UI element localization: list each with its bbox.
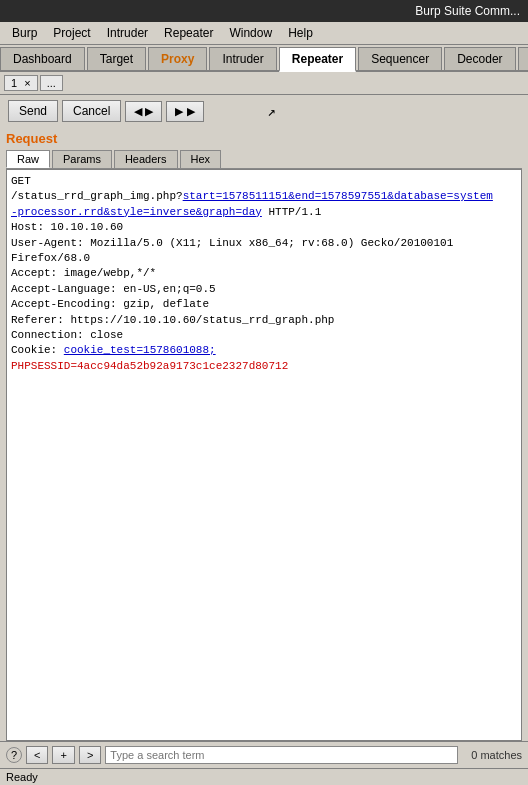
line-firefox: Firefox/68.0 bbox=[11, 252, 90, 264]
request-title: Request bbox=[6, 131, 522, 146]
line-accept-lang: Accept-Language: en-US,en;q=0.5 bbox=[11, 283, 216, 295]
inner-tab-hex[interactable]: Hex bbox=[180, 150, 222, 168]
inner-tab-bar: Raw Params Headers Hex bbox=[6, 150, 522, 169]
tab-target[interactable]: Target bbox=[87, 47, 146, 70]
menu-project[interactable]: Project bbox=[45, 24, 98, 42]
tab-intruder[interactable]: Intruder bbox=[209, 47, 276, 70]
status-bar: Ready bbox=[0, 768, 528, 785]
cancel-button[interactable]: Cancel bbox=[62, 100, 121, 122]
main-tab-bar: Dashboard Target Proxy Intruder Repeater… bbox=[0, 45, 528, 72]
status-text: Ready bbox=[6, 771, 38, 783]
line-accept: Accept: image/webp,*/* bbox=[11, 267, 156, 279]
sub-tab-dots[interactable]: ... bbox=[40, 75, 63, 91]
search-prev-button[interactable]: < bbox=[26, 746, 48, 764]
title-bar: Burp Suite Comm... bbox=[0, 0, 528, 22]
search-input[interactable] bbox=[105, 746, 458, 764]
line-accept-enc: Accept-Encoding: gzip, deflate bbox=[11, 298, 209, 310]
search-bar: ? < + > 0 matches bbox=[0, 741, 528, 768]
toolbar: Send Cancel ◀ ▶ ▶ ▶ ↗ bbox=[0, 95, 528, 127]
search-next-button[interactable]: + bbox=[52, 746, 74, 764]
menu-bar: Burp Project Intruder Repeater Window He… bbox=[0, 22, 528, 45]
tab-comparer[interactable]: Comparer bbox=[518, 47, 528, 70]
match-count: 0 matches bbox=[462, 749, 522, 761]
title-text: Burp Suite Comm... bbox=[415, 4, 520, 18]
line-phpsessid: PHPSESSID=4acc94da52b92a9173c1ce2327d807… bbox=[11, 360, 288, 372]
line-path2: -processor.rrd&style=inverse&graph=day H… bbox=[11, 206, 321, 218]
tab-repeater[interactable]: Repeater bbox=[279, 47, 356, 72]
inner-tab-headers[interactable]: Headers bbox=[114, 150, 178, 168]
menu-repeater[interactable]: Repeater bbox=[156, 24, 221, 42]
tab-dashboard[interactable]: Dashboard bbox=[0, 47, 85, 70]
tab-sequencer[interactable]: Sequencer bbox=[358, 47, 442, 70]
inner-tab-raw[interactable]: Raw bbox=[6, 150, 50, 168]
cursor-indicator: ↗ bbox=[268, 103, 276, 120]
line-host: Host: 10.10.10.60 bbox=[11, 221, 123, 233]
request-content[interactable]: GET /status_rrd_graph_img.php?start=1578… bbox=[6, 169, 522, 741]
line-user-agent: User-Agent: Mozilla/5.0 (X11; Linux x86_… bbox=[11, 237, 453, 249]
inner-tab-params[interactable]: Params bbox=[52, 150, 112, 168]
request-panel: Request Raw Params Headers Hex GET /stat… bbox=[0, 127, 528, 741]
sub-tab-1[interactable]: 1 × bbox=[4, 75, 38, 91]
line-cookie: Cookie: cookie_test=1578601088; bbox=[11, 344, 216, 356]
sub-tab-row: 1 × ... bbox=[0, 72, 528, 95]
line-path: /status_rrd_graph_img.php?start=15785111… bbox=[11, 190, 493, 202]
menu-intruder[interactable]: Intruder bbox=[99, 24, 156, 42]
menu-window[interactable]: Window bbox=[221, 24, 280, 42]
menu-help[interactable]: Help bbox=[280, 24, 321, 42]
search-next2-button[interactable]: > bbox=[79, 746, 101, 764]
nav-prev-button[interactable]: ◀ ▶ bbox=[125, 101, 162, 122]
tab-proxy[interactable]: Proxy bbox=[148, 47, 207, 70]
help-button[interactable]: ? bbox=[6, 747, 22, 763]
nav-next-button[interactable]: ▶ ▶ bbox=[166, 101, 203, 122]
line-connection: Connection: close bbox=[11, 329, 123, 341]
send-button[interactable]: Send bbox=[8, 100, 58, 122]
line-referer: Referer: https://10.10.10.60/status_rrd_… bbox=[11, 314, 334, 326]
menu-burp[interactable]: Burp bbox=[4, 24, 45, 42]
tab-decoder[interactable]: Decoder bbox=[444, 47, 515, 70]
line-get: GET bbox=[11, 175, 31, 187]
